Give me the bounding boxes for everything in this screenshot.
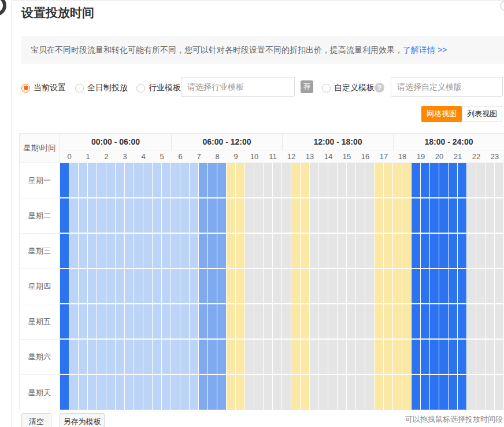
time-slot-cell[interactable] — [273, 234, 282, 269]
time-slot-cell[interactable] — [486, 163, 495, 198]
time-slot-cell[interactable] — [430, 163, 439, 198]
time-slot-cell[interactable] — [125, 304, 134, 340]
time-slot-cell[interactable] — [236, 269, 245, 304]
time-slot-cell[interactable] — [227, 234, 236, 269]
time-slot-cell[interactable] — [356, 234, 365, 269]
time-slot-cell[interactable] — [153, 198, 162, 234]
time-slot-cell[interactable] — [486, 340, 495, 375]
time-slot-cell[interactable] — [458, 234, 467, 269]
time-slot-cell[interactable] — [495, 375, 504, 410]
time-slot-cell[interactable] — [365, 163, 375, 198]
time-slot-cell[interactable] — [153, 234, 162, 269]
time-slot-cell[interactable] — [69, 198, 79, 234]
time-slot-cell[interactable] — [375, 375, 384, 410]
time-slot-cell[interactable] — [384, 198, 393, 234]
time-slot-cell[interactable] — [365, 198, 375, 234]
time-slot-cell[interactable] — [458, 198, 467, 234]
time-slot-cell[interactable] — [143, 304, 153, 340]
time-slot-cell[interactable] — [282, 198, 291, 234]
time-slot-cell[interactable] — [264, 375, 273, 410]
time-slot-cell[interactable] — [79, 375, 88, 410]
time-slot-cell[interactable] — [319, 198, 328, 234]
time-slot-cell[interactable] — [421, 304, 430, 340]
time-slot-cell[interactable] — [319, 269, 328, 304]
time-slot-cell[interactable] — [227, 340, 236, 375]
time-slot-cell[interactable] — [319, 375, 328, 410]
time-slot-cell[interactable] — [97, 340, 106, 375]
time-slot-cell[interactable] — [421, 163, 430, 198]
radio-industry-template[interactable]: 行业模板: — [136, 78, 183, 98]
time-slot-cell[interactable] — [439, 198, 449, 234]
time-slot-cell[interactable] — [347, 340, 356, 375]
time-slot-cell[interactable] — [199, 163, 208, 198]
time-slot-cell[interactable] — [430, 304, 439, 340]
time-slot-cell[interactable] — [60, 198, 69, 234]
time-slot-cell[interactable] — [106, 340, 116, 375]
time-slot-cell[interactable] — [319, 234, 328, 269]
radio-unselected-icon[interactable] — [136, 84, 145, 93]
time-slot-cell[interactable] — [97, 234, 106, 269]
time-slot-cell[interactable] — [449, 340, 458, 375]
time-slot-cell[interactable] — [116, 234, 125, 269]
grid-view-button[interactable]: 网格视图 — [421, 106, 462, 122]
learn-more-link[interactable]: 了解详情 >> — [403, 45, 447, 54]
time-slot-cell[interactable] — [421, 198, 430, 234]
time-slot-cell[interactable] — [134, 375, 143, 410]
time-slot-cell[interactable] — [439, 304, 449, 340]
time-slot-cell[interactable] — [467, 163, 476, 198]
time-slot-cell[interactable] — [88, 198, 97, 234]
time-slot-cell[interactable] — [476, 163, 486, 198]
time-slot-cell[interactable] — [402, 198, 412, 234]
time-slot-cell[interactable] — [264, 269, 273, 304]
time-slot-cell[interactable] — [430, 375, 439, 410]
time-slot-cell[interactable] — [375, 234, 384, 269]
time-slot-cell[interactable] — [143, 375, 153, 410]
time-slot-cell[interactable] — [134, 304, 143, 340]
time-slot-cell[interactable] — [375, 304, 384, 340]
time-slot-cell[interactable] — [273, 340, 282, 375]
time-slot-cell[interactable] — [190, 198, 199, 234]
time-slot-cell[interactable] — [60, 163, 69, 198]
time-slot-cell[interactable] — [162, 304, 171, 340]
time-slot-cell[interactable] — [301, 163, 310, 198]
time-slot-cell[interactable] — [393, 304, 402, 340]
time-slot-cell[interactable] — [143, 340, 153, 375]
time-slot-cell[interactable] — [236, 198, 245, 234]
time-slot-cell[interactable] — [310, 304, 319, 340]
radio-unselected-icon[interactable] — [322, 84, 331, 93]
time-slot-cell[interactable] — [375, 163, 384, 198]
time-slot-cell[interactable] — [347, 269, 356, 304]
time-slot-cell[interactable] — [310, 234, 319, 269]
time-slot-cell[interactable] — [171, 234, 180, 269]
time-slot-cell[interactable] — [365, 375, 375, 410]
time-slot-cell[interactable] — [125, 375, 134, 410]
list-view-button[interactable]: 列表视图 — [462, 106, 502, 122]
time-slot-cell[interactable] — [69, 269, 79, 304]
time-slot-cell[interactable] — [375, 340, 384, 375]
time-slot-cell[interactable] — [301, 304, 310, 340]
time-slot-cell[interactable] — [264, 304, 273, 340]
time-slot-cell[interactable] — [134, 234, 143, 269]
time-slot-cell[interactable] — [125, 269, 134, 304]
time-slot-cell[interactable] — [365, 269, 375, 304]
time-slot-cell[interactable] — [199, 304, 208, 340]
time-slot-cell[interactable] — [458, 163, 467, 198]
time-slot-cell[interactable] — [254, 163, 264, 198]
time-slot-cell[interactable] — [60, 375, 69, 410]
time-slot-cell[interactable] — [153, 269, 162, 304]
time-slot-cell[interactable] — [180, 234, 190, 269]
time-slot-cell[interactable] — [495, 234, 504, 269]
time-slot-cell[interactable] — [476, 198, 486, 234]
time-slot-cell[interactable] — [116, 340, 125, 375]
time-slot-cell[interactable] — [245, 304, 254, 340]
time-slot-cell[interactable] — [217, 163, 227, 198]
time-slot-cell[interactable] — [291, 340, 301, 375]
time-slot-cell[interactable] — [69, 163, 79, 198]
time-slot-cell[interactable] — [430, 269, 439, 304]
time-slot-cell[interactable] — [171, 269, 180, 304]
time-slot-cell[interactable] — [273, 198, 282, 234]
time-slot-cell[interactable] — [439, 375, 449, 410]
time-slot-cell[interactable] — [338, 198, 347, 234]
time-slot-cell[interactable] — [338, 234, 347, 269]
time-slot-cell[interactable] — [171, 340, 180, 375]
